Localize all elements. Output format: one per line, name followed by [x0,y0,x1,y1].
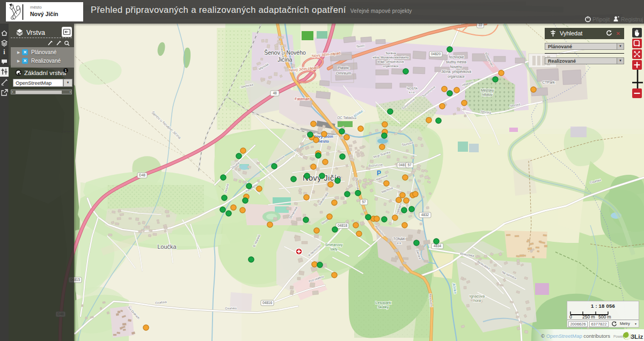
svg-text:P: P [377,169,381,177]
svg-text:služby města: služby města [446,60,466,64]
svg-text:57: 57 [407,163,412,167]
svg-text:Ignačova: Ignačova [470,294,485,299]
svg-text:organizace: organizace [448,75,465,79]
svg-text:Fastmart: Fastmart [295,97,310,101]
svg-text:Městský: Městský [481,88,494,93]
svg-text:sady: sady [330,247,338,251]
svg-text:Smetanovy: Smetanovy [325,243,343,247]
svg-text:4834: 4834 [434,244,442,248]
svg-text:Skalky: Skalky [378,305,389,309]
svg-text:48: 48 [273,91,277,95]
svg-text:Cisařská: Cisařská [225,307,237,310]
svg-text:Šenov u Nového: Šenov u Nového [264,49,306,56]
svg-text:Lesopark: Lesopark [376,301,391,305]
svg-text:o.s.: o.s. [397,241,402,244]
svg-text:TONAK: TONAK [393,237,406,241]
svg-text:CTPark: CTPark [542,80,555,84]
svg-text:Nového: Nového [450,65,463,69]
svg-text:Správa: Správa [385,51,396,55]
svg-text:Jičína: Jičína [277,56,292,63]
svg-text:silnic Moravskoslezského: silnic Moravskoslezského [372,56,409,59]
svg-text:04816: 04816 [262,301,272,305]
svg-text:04818: 04818 [338,224,347,227]
svg-text:D48: D48 [139,173,145,177]
svg-text:hřbitov: hřbitov [482,93,493,97]
svg-text:s.r.o.: s.r.o. [409,91,415,94]
svg-text:Technické: Technické [449,55,464,59]
svg-text:57: 57 [362,200,366,204]
svg-text:Plastic: Plastic [338,65,349,70]
svg-text:04820: 04820 [431,52,441,56]
svg-text:kraje, příspěvková: kraje, příspěvková [378,60,404,63]
svg-text:hora: hora [473,299,481,302]
svg-text:4832: 4832 [421,213,429,217]
svg-text:Omnium: Omnium [336,71,351,76]
svg-text:3Liz: 3Liz [631,333,643,340]
svg-text:NOSTA: NOSTA [407,87,418,90]
svg-text:Loučka: Loučka [157,243,177,250]
svg-text:organizace: organizace [383,64,399,68]
svg-text:Jičína, příspěvková: Jičína, příspěvková [441,70,471,74]
